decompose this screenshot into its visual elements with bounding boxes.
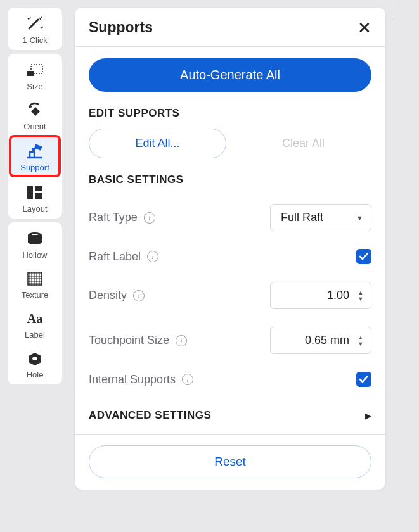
hollow-icon	[23, 230, 46, 248]
sidebar-item-label: Hollow	[22, 250, 47, 260]
advanced-settings-heading: ADVANCED SETTINGS	[89, 409, 211, 422]
chevron-down-icon: ▼	[356, 214, 363, 222]
supports-panel: Supports ✕ Auto-Generate All EDIT SUPPOR…	[75, 8, 385, 490]
stepper-up-icon[interactable]: ▲	[356, 334, 366, 341]
internal-supports-label: Internal Supports	[89, 373, 176, 386]
basic-settings-heading: BASIC SETTINGS	[89, 174, 371, 186]
sidebar-item-label: 1-Click	[22, 35, 48, 45]
density-row: Density i 1.00 ▲ ▼	[89, 273, 371, 318]
internal-supports-row: Internal Supports i	[89, 363, 371, 396]
sidebar-item-layout[interactable]: Layout	[9, 177, 61, 217]
close-icon: ✕	[358, 18, 371, 37]
sidebar-item-size[interactable]: Size	[9, 55, 61, 95]
sidebar-item-label[interactable]: Aa Label	[9, 303, 61, 343]
raft-label-checkbox[interactable]	[356, 249, 371, 264]
density-label: Density	[89, 289, 127, 302]
viewport-divider	[392, 0, 392, 16]
edit-supports-row: Edit All... Clear All	[89, 129, 371, 158]
reset-wrap: Reset	[75, 435, 385, 482]
touchpoint-value: 0.65 mm	[305, 334, 349, 346]
check-icon	[359, 252, 369, 261]
sidebar-item-label: Support	[20, 163, 49, 172]
raft-type-label: Raft Type	[89, 211, 138, 224]
edit-all-button[interactable]: Edit All...	[89, 129, 226, 158]
svg-point-13	[32, 357, 37, 360]
support-icon	[23, 142, 46, 160]
touchpoint-row: Touchpoint Size i 0.65 mm ▲ ▼	[89, 318, 371, 363]
orient-icon	[23, 101, 46, 119]
sidebar-group-3: Hollow Texture Aa Label	[8, 222, 62, 384]
raft-type-select[interactable]: Full Raft ▼	[270, 204, 371, 231]
edit-supports-heading: EDIT SUPPORTS	[89, 107, 371, 120]
sidebar-item-label: Texture	[22, 290, 49, 300]
check-icon	[359, 375, 369, 384]
sidebar-group-1: 1-Click	[8, 8, 62, 50]
sidebar-item-orient[interactable]: Orient	[9, 95, 61, 135]
info-icon[interactable]: i	[147, 251, 158, 262]
sidebar-item-label: Size	[27, 82, 42, 91]
svg-rect-12	[28, 272, 42, 285]
touchpoint-label: Touchpoint Size	[89, 334, 169, 347]
svg-rect-7	[35, 193, 42, 199]
close-button[interactable]: ✕	[358, 20, 371, 36]
sidebar-item-hollow[interactable]: Hollow	[9, 224, 61, 263]
svg-rect-0	[27, 71, 34, 76]
sidebar-item-label: Layout	[22, 204, 47, 213]
density-value: 1.00	[327, 289, 349, 301]
info-icon[interactable]: i	[176, 335, 187, 346]
info-icon[interactable]: i	[133, 290, 145, 301]
panel-header: Supports ✕	[75, 8, 385, 42]
sidebar-item-texture[interactable]: Texture	[9, 263, 61, 303]
clear-all-button: Clear All	[235, 129, 371, 158]
stepper-down-icon[interactable]: ▼	[356, 341, 366, 347]
info-icon[interactable]: i	[144, 212, 155, 224]
sidebar-item-support[interactable]: Support	[9, 135, 61, 177]
layout-icon	[23, 184, 46, 201]
raft-type-value: Full Raft	[281, 211, 323, 224]
auto-generate-button[interactable]: Auto-Generate All	[89, 58, 371, 92]
sidebar-item-1click[interactable]: 1-Click	[9, 9, 61, 49]
raft-label-label: Raft Label	[89, 250, 141, 263]
svg-rect-4	[32, 148, 35, 151]
sidebar-group-2: Size Orient Support	[8, 54, 62, 218]
density-stepper[interactable]: 1.00 ▲ ▼	[270, 282, 371, 309]
sidebar-item-label: Orient	[23, 122, 46, 131]
stepper-down-icon[interactable]: ▼	[356, 296, 366, 302]
svg-rect-5	[27, 186, 33, 199]
tool-sidebar: 1-Click Size Orient	[8, 8, 62, 384]
advanced-settings-toggle[interactable]: ADVANCED SETTINGS ▶	[75, 396, 385, 435]
raft-label-row: Raft Label i	[89, 240, 371, 273]
raft-type-row: Raft Type i Full Raft ▼	[89, 195, 371, 240]
svg-rect-6	[35, 186, 42, 191]
svg-rect-2	[31, 107, 40, 116]
sidebar-item-hole[interactable]: Hole	[9, 343, 61, 383]
touchpoint-stepper[interactable]: 0.65 mm ▲ ▼	[270, 327, 371, 354]
panel-body: Auto-Generate All EDIT SUPPORTS Edit All…	[75, 47, 385, 396]
hole-icon	[23, 350, 46, 367]
reset-button[interactable]: Reset	[89, 445, 371, 478]
texture-icon	[23, 270, 46, 288]
size-icon	[23, 61, 46, 79]
info-icon[interactable]: i	[182, 374, 193, 385]
stepper-up-icon[interactable]: ▲	[356, 289, 366, 296]
chevron-right-icon: ▶	[365, 411, 371, 421]
sidebar-item-label: Hole	[27, 370, 44, 379]
label-icon: Aa	[23, 310, 46, 327]
sidebar-item-label: Label	[25, 330, 45, 339]
svg-point-10	[28, 239, 42, 244]
internal-supports-checkbox[interactable]	[356, 372, 371, 387]
panel-title: Supports	[89, 19, 153, 36]
wand-icon	[23, 15, 46, 33]
